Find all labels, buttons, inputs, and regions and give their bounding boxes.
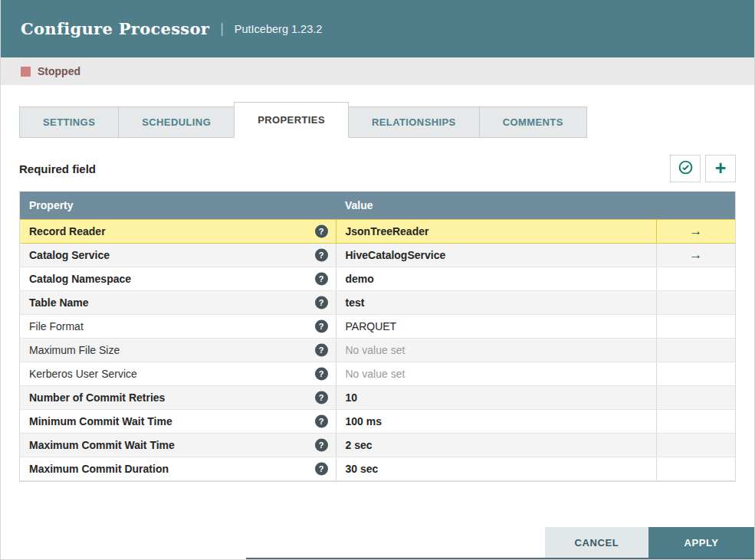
goto-cell	[656, 314, 735, 338]
goto-cell	[656, 362, 735, 385]
property-row[interactable]: Maximum Commit Duration?30 sec	[20, 457, 735, 480]
property-name: Catalog Namespace	[29, 273, 131, 285]
property-name: Kerberos User Service	[29, 368, 137, 380]
goto-cell	[656, 457, 735, 480]
property-value: 100 ms	[346, 415, 382, 427]
help-icon[interactable]: ?	[315, 438, 328, 451]
property-name: Record Reader	[29, 225, 106, 237]
property-name: Maximum Commit Duration	[29, 463, 169, 475]
property-row[interactable]: Maximum File Size?No value set	[20, 338, 735, 362]
value-cell[interactable]: 30 sec	[336, 457, 656, 480]
property-cell: Maximum Commit Wait Time?	[20, 433, 336, 457]
value-cell[interactable]: 2 sec	[336, 433, 656, 457]
property-value: test	[346, 296, 365, 309]
value-cell[interactable]: No value set	[336, 338, 656, 362]
value-cell[interactable]: demo	[336, 267, 656, 290]
property-name: Table Name	[29, 296, 89, 309]
dialog-header: Configure Processor | PutIceberg 1.23.2	[1, 0, 754, 57]
help-icon[interactable]: ?	[315, 343, 328, 356]
help-icon[interactable]: ?	[315, 319, 328, 332]
dialog-content: SETTINGS SCHEDULING PROPERTIES RELATIONS…	[1, 85, 754, 482]
value-cell[interactable]: HiveCatalogService	[336, 243, 656, 267]
property-row[interactable]: Number of Commit Retries?10	[20, 385, 735, 409]
checkmark-circle-icon	[678, 159, 694, 178]
value-cell[interactable]: 100 ms	[336, 409, 656, 433]
property-value: HiveCatalogService	[346, 249, 446, 261]
goto-cell: →	[656, 243, 735, 267]
value-cell[interactable]: JsonTreeReader	[336, 219, 656, 243]
stopped-status-icon	[21, 67, 31, 77]
verify-properties-button[interactable]	[670, 155, 701, 182]
configure-processor-dialog: Configure Processor | PutIceberg 1.23.2 …	[0, 0, 755, 560]
property-row[interactable]: Kerberos User Service?No value set	[20, 362, 735, 385]
dialog-title: Configure Processor	[21, 19, 209, 38]
goto-cell	[656, 385, 735, 409]
go-to-service-icon[interactable]: →	[689, 247, 702, 262]
property-name: Maximum Commit Wait Time	[29, 439, 175, 451]
properties-table-body: Record Reader?JsonTreeReader→Catalog Ser…	[20, 219, 735, 480]
help-icon[interactable]: ?	[315, 224, 328, 237]
tab-properties[interactable]: PROPERTIES	[234, 102, 349, 138]
tab-scheduling[interactable]: SCHEDULING	[118, 106, 235, 138]
tab-relationships[interactable]: RELATIONSHIPS	[348, 106, 480, 138]
value-cell[interactable]: 10	[336, 385, 656, 409]
goto-cell	[656, 290, 735, 314]
value-cell[interactable]: No value set	[336, 362, 656, 385]
status-label: Stopped	[38, 65, 80, 77]
table-header-row: Property Value	[20, 192, 735, 219]
apply-button[interactable]: APPLY	[648, 527, 754, 558]
property-name: Minimum Commit Wait Time	[29, 415, 172, 427]
help-icon[interactable]: ?	[315, 462, 328, 475]
goto-cell	[656, 267, 735, 290]
property-cell: Record Reader?	[20, 219, 336, 243]
value-cell[interactable]: PARQUET	[336, 314, 656, 338]
tab-bar: SETTINGS SCHEDULING PROPERTIES RELATIONS…	[19, 102, 736, 138]
column-header-property: Property	[20, 192, 336, 219]
value-cell[interactable]: test	[336, 290, 656, 314]
property-row[interactable]: Minimum Commit Wait Time?100 ms	[20, 409, 735, 433]
property-row[interactable]: Table Name?test	[20, 290, 735, 314]
property-cell: File Format?	[20, 314, 336, 338]
property-value: 2 sec	[346, 439, 373, 451]
property-cell: Maximum File Size?	[20, 338, 336, 362]
goto-cell	[656, 409, 735, 433]
property-row[interactable]: Record Reader?JsonTreeReader→	[20, 219, 735, 243]
title-separator: |	[220, 21, 224, 37]
property-value: JsonTreeReader	[346, 225, 429, 237]
properties-toolbar: Required field +	[19, 155, 736, 182]
goto-cell: →	[656, 219, 735, 243]
status-bar: Stopped	[1, 57, 754, 85]
property-cell: Number of Commit Retries?	[20, 385, 336, 409]
property-value: PARQUET	[346, 320, 397, 332]
required-field-label: Required field	[19, 162, 96, 175]
tab-comments[interactable]: COMMENTS	[479, 106, 587, 138]
help-icon[interactable]: ?	[315, 391, 328, 404]
tab-settings[interactable]: SETTINGS	[19, 106, 119, 138]
property-value: No value set	[346, 368, 405, 380]
help-icon[interactable]: ?	[315, 296, 328, 309]
property-cell: Minimum Commit Wait Time?	[20, 409, 336, 433]
processor-name-version: PutIceberg 1.23.2	[235, 23, 322, 35]
property-row[interactable]: Catalog Namespace?demo	[20, 267, 735, 290]
help-icon[interactable]: ?	[315, 367, 328, 380]
property-value: 10	[346, 391, 358, 404]
plus-icon: +	[715, 159, 727, 178]
property-name: Catalog Service	[29, 249, 110, 261]
help-icon[interactable]: ?	[315, 414, 328, 427]
help-icon[interactable]: ?	[315, 248, 328, 261]
property-row[interactable]: Catalog Service?HiveCatalogService→	[20, 243, 735, 267]
property-cell: Maximum Commit Duration?	[20, 457, 336, 480]
go-to-service-icon[interactable]: →	[689, 224, 702, 238]
goto-cell	[656, 338, 735, 362]
property-name: Maximum File Size	[29, 344, 120, 356]
property-value: No value set	[346, 344, 405, 356]
dialog-footer: CANCEL APPLY	[545, 527, 754, 558]
column-header-value: Value	[336, 192, 735, 219]
help-icon[interactable]: ?	[315, 272, 328, 285]
property-cell: Kerberos User Service?	[20, 362, 336, 385]
property-row[interactable]: File Format?PARQUET	[20, 314, 735, 338]
cancel-button[interactable]: CANCEL	[545, 527, 648, 558]
add-property-button[interactable]: +	[705, 155, 736, 182]
property-row[interactable]: Maximum Commit Wait Time?2 sec	[20, 433, 735, 457]
canvas-edge	[246, 558, 754, 559]
